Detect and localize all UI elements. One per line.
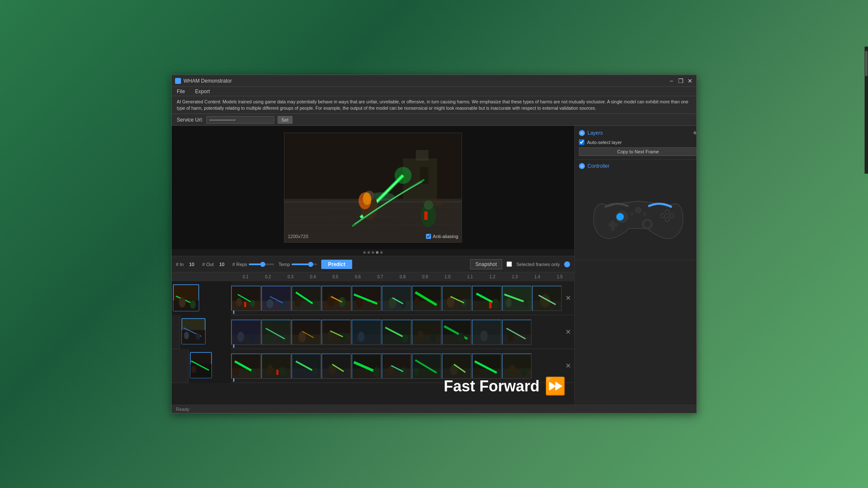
dot-5[interactable] (380, 251, 383, 254)
row-1-close[interactable]: ✕ (562, 281, 574, 315)
timeline-row-3: ✕ (172, 349, 574, 383)
antialiasing-label: Anti-aliasing (426, 234, 458, 239)
thumb-1-6[interactable] (381, 286, 411, 311)
service-url-input[interactable] (206, 116, 274, 124)
thumb-3-3[interactable] (291, 353, 321, 379)
layers-icon: ⊙ (579, 130, 585, 136)
thumb-1-1[interactable] (231, 286, 261, 311)
menu-file[interactable]: File (175, 88, 186, 95)
svg-point-136 (430, 333, 436, 342)
thumb-2-2[interactable] (261, 319, 291, 345)
menu-export[interactable]: Export (193, 88, 211, 95)
svg-point-222 (630, 213, 633, 216)
svg-point-173 (312, 367, 318, 376)
thumb-1-8[interactable] (442, 286, 471, 311)
auto-select-checkbox[interactable] (579, 139, 584, 145)
thumb-2-4[interactable] (321, 319, 351, 345)
thumb-3-8[interactable] (442, 353, 471, 379)
thumb-1-4[interactable] (321, 286, 351, 311)
thumb-1-3[interactable] (291, 286, 321, 311)
svg-point-221 (635, 208, 641, 214)
svg-point-111 (266, 333, 272, 342)
svg-point-217 (660, 214, 665, 218)
svg-point-214 (616, 214, 623, 221)
temp-slider-track[interactable] (292, 263, 317, 265)
thumb-2-8[interactable] (442, 319, 471, 345)
svg-point-183 (373, 367, 380, 377)
close-icon-3[interactable]: ✕ (565, 362, 571, 370)
dot-4[interactable] (376, 251, 378, 254)
restore-button[interactable]: ❐ (678, 78, 684, 84)
svg-rect-207 (502, 369, 531, 379)
marker-12: 1.3 (504, 274, 526, 279)
out-input[interactable] (215, 262, 228, 267)
row-3-close[interactable]: ✕ (562, 349, 574, 383)
dot-3[interactable] (372, 251, 374, 254)
thumb-1-7[interactable] (412, 286, 441, 311)
service-bar: Service Url: Set (172, 114, 696, 126)
thumb-3-4[interactable] (321, 353, 351, 379)
thumb-2-1[interactable] (231, 319, 261, 345)
thumb-2-6[interactable] (381, 319, 411, 345)
svg-rect-165 (262, 369, 291, 379)
svg-point-126 (358, 332, 364, 342)
thumb-3-2[interactable] (261, 353, 291, 379)
close-icon-2[interactable]: ✕ (565, 328, 571, 336)
controller-section: ⊙ Controller (575, 160, 696, 260)
controller-title: ⊙ Controller (579, 163, 609, 169)
svg-point-101 (184, 332, 189, 339)
svg-point-209 (521, 367, 527, 376)
predict-button[interactable]: Predict (321, 260, 352, 269)
svg-point-102 (196, 333, 200, 340)
close-button[interactable]: ✕ (687, 78, 693, 84)
svg-point-161 (233, 367, 239, 376)
svg-point-41 (267, 299, 273, 308)
thumb-1-10[interactable] (502, 286, 531, 311)
thumb-1-11[interactable] (532, 286, 562, 311)
dot-1[interactable] (363, 251, 366, 254)
svg-rect-104 (231, 335, 261, 345)
thumb-3-9[interactable] (472, 353, 501, 379)
service-set-button[interactable]: Set (278, 116, 292, 124)
svg-rect-125 (352, 335, 381, 345)
svg-point-218 (665, 210, 669, 214)
add-layer-button[interactable]: + (693, 129, 696, 137)
thumb-2-3[interactable] (291, 319, 321, 345)
thumb-2-7[interactable] (412, 319, 441, 345)
thumb-1-5[interactable] (351, 286, 381, 311)
antialiasing-checkbox[interactable] (426, 234, 431, 239)
right-scroll[interactable]: ⊙ Layers + Auto-select layer Copy to Nex… (575, 126, 696, 405)
thumb-3-7[interactable] (412, 353, 441, 379)
svg-rect-40 (262, 301, 291, 311)
close-icon-1[interactable]: ✕ (565, 294, 571, 302)
marker-13: 1.4 (526, 274, 548, 279)
thumb-1-9[interactable] (472, 286, 501, 311)
snapshot-button[interactable]: Snapshot (470, 259, 503, 269)
thumb-3-6[interactable] (381, 353, 411, 379)
thumb-1-2[interactable] (261, 286, 291, 311)
dot-2[interactable] (367, 251, 370, 254)
video-area: 1200x720 Anti-aliasing (172, 126, 574, 249)
reps-slider-track[interactable] (249, 263, 274, 265)
svg-point-216 (644, 221, 650, 227)
svg-rect-10 (416, 150, 428, 161)
svg-point-162 (251, 369, 256, 376)
svg-rect-114 (292, 335, 321, 345)
copy-next-frame-button[interactable]: Copy to Next Frame (579, 147, 696, 156)
svg-rect-83 (489, 302, 492, 308)
thumb-2-5[interactable] (351, 319, 381, 345)
thumb-3-5[interactable] (351, 353, 381, 379)
marker-6: 0.7 (369, 274, 392, 279)
minimize-button[interactable]: − (668, 78, 674, 84)
thumb-3-10[interactable] (502, 353, 531, 379)
thumb-2-9[interactable] (472, 319, 501, 345)
thumb-2-10[interactable] (502, 319, 531, 345)
selected-frames-checkbox[interactable] (506, 261, 512, 267)
selected-frames-slider[interactable] (564, 261, 570, 267)
in-input[interactable] (185, 262, 198, 267)
thumb-3-1[interactable] (231, 353, 261, 379)
row-2-close[interactable]: ✕ (562, 315, 574, 349)
window-title: WHAM Demonstrator (184, 78, 668, 84)
warning-bar: AI Generated Content: Models trained usi… (172, 96, 696, 114)
svg-point-49 (312, 301, 317, 309)
